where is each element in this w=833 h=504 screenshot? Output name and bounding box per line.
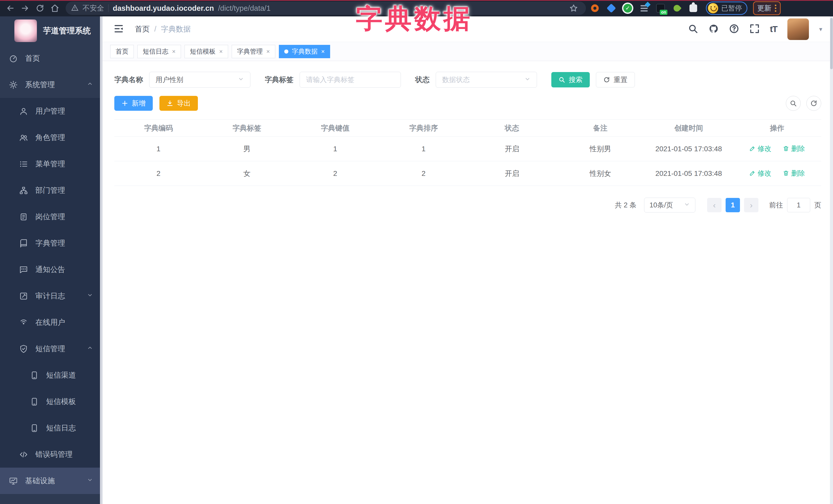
col-status: 状态	[468, 120, 556, 137]
extensions-puzzle-icon[interactable]	[686, 2, 701, 15]
reset-button[interactable]: 重置	[596, 72, 635, 88]
prev-page-button[interactable]: ‹	[707, 198, 721, 212]
col-remark: 备注	[556, 120, 645, 137]
extension-sprout-icon[interactable]	[669, 2, 684, 15]
sidebar-item-sms-template[interactable]: 短信模板	[0, 388, 102, 415]
tag-dict-mgmt[interactable]: 字典管理 ×	[232, 45, 275, 58]
avatar-caret-icon[interactable]: ▾	[819, 26, 822, 33]
chevron-up-icon	[87, 344, 93, 353]
sidebar-item-online-users[interactable]: 在线用户	[0, 309, 102, 336]
next-page-button[interactable]: ›	[744, 198, 758, 212]
screen: 不安全 dashboard.yudao.iocoder.cn /dict/typ…	[0, 0, 833, 504]
toggle-search-button[interactable]	[786, 96, 801, 111]
table-row: 2 女 2 2 开启 性别女 2021-01-05 17:03:48 修改 删除	[114, 161, 821, 186]
table-toolbar: 新增 导出	[114, 96, 821, 111]
sidebar-item-sms-channel[interactable]: 短信渠道	[0, 362, 102, 388]
tag-sms-log[interactable]: 短信日志 ×	[137, 45, 181, 58]
tag-sms-template[interactable]: 短信模板 ×	[185, 45, 228, 58]
search-icon[interactable]	[688, 24, 698, 35]
close-icon[interactable]: ×	[219, 48, 223, 55]
breadcrumb-home[interactable]: 首页	[135, 24, 150, 34]
sidebar-scrollbar[interactable]	[100, 17, 102, 504]
sidebar-item-menu-mgmt[interactable]: 菜单管理	[0, 151, 102, 177]
back-icon[interactable]	[4, 2, 17, 15]
extension-bars-icon[interactable]	[637, 2, 651, 15]
goto-page-input[interactable]	[787, 198, 810, 212]
search-button[interactable]: 搜索	[551, 72, 590, 88]
close-icon[interactable]: ×	[172, 48, 175, 55]
dict-label-input-wrap	[300, 72, 401, 88]
active-dot	[284, 49, 288, 54]
delete-link[interactable]: 删除	[783, 169, 805, 178]
page-size-select[interactable]: 10条/页	[644, 198, 695, 213]
forward-icon[interactable]	[19, 2, 32, 15]
dashboard-icon	[9, 54, 18, 63]
overlay-title: 字典数据	[356, 1, 473, 37]
sidebar-item-sms-mgmt[interactable]: 短信管理	[0, 336, 102, 362]
font-size-icon[interactable]: tT	[770, 24, 777, 34]
edit-link[interactable]: 修改	[749, 144, 771, 153]
delete-link[interactable]: 删除	[783, 144, 805, 153]
sidebar-item-notice[interactable]: 通知公告	[0, 256, 102, 283]
fullscreen-icon[interactable]	[749, 24, 760, 35]
extension-check-icon[interactable]: ✓	[620, 2, 635, 15]
sidebar-item-dept-mgmt[interactable]: 部门管理	[0, 177, 102, 203]
tag-home[interactable]: 首页	[110, 45, 134, 58]
badge-icon	[19, 213, 28, 221]
reload-icon[interactable]	[33, 2, 47, 15]
browser-profile-chip[interactable]: 已暂停	[706, 2, 747, 15]
profile-emoji-avatar	[708, 3, 718, 13]
user-avatar[interactable]	[787, 19, 809, 40]
github-icon[interactable]	[709, 24, 719, 35]
org-tree-icon	[19, 186, 28, 195]
phone-icon	[30, 371, 39, 380]
list-icon	[19, 160, 28, 168]
col-dict-label: 字典标签	[203, 120, 291, 137]
dict-label-input[interactable]	[306, 76, 395, 84]
browser-menu-icon[interactable]	[775, 5, 776, 12]
sidebar-item-system-mgmt[interactable]: 系统管理	[0, 72, 102, 98]
current-page[interactable]: 1	[725, 198, 740, 212]
window-scrollbar[interactable]	[830, 17, 833, 504]
app-title: 芋道管理系统	[43, 25, 91, 36]
home-icon[interactable]	[48, 2, 62, 15]
sidebar-logo-row[interactable]: 芋道管理系统	[0, 17, 102, 45]
scrollbar-thumb[interactable]	[830, 18, 833, 69]
export-button[interactable]: 导出	[160, 96, 198, 111]
sidebar-item-infrastructure[interactable]: 基础设施	[0, 467, 102, 494]
edit-link[interactable]: 修改	[749, 169, 771, 178]
refresh-button[interactable]	[806, 96, 821, 111]
add-button[interactable]: 新增	[114, 96, 153, 111]
sidebar-item-role-mgmt[interactable]: 角色管理	[0, 124, 102, 151]
sidebar-item-post-mgmt[interactable]: 岗位管理	[0, 203, 102, 230]
system-submenu: 用户管理 角色管理 菜单管理 部门管理 岗位管理	[0, 98, 102, 467]
bookmark-star-icon[interactable]	[567, 2, 580, 15]
shield-check-icon	[19, 344, 28, 353]
close-icon[interactable]: ×	[266, 48, 270, 55]
chevron-down-icon	[238, 76, 244, 84]
sidebar-item-dict-mgmt[interactable]: 字典管理	[0, 230, 102, 256]
sidebar-item-user-mgmt[interactable]: 用户管理	[0, 98, 102, 124]
help-icon[interactable]	[729, 24, 739, 35]
address-bar[interactable]: 不安全 dashboard.yudao.iocoder.cn /dict/typ…	[66, 2, 586, 15]
extension-gem-icon[interactable]	[604, 2, 619, 15]
status-select[interactable]: 数据状态	[436, 72, 537, 88]
extension-on-icon[interactable]: on	[653, 2, 668, 15]
breadcrumb: 首页 / 字典数据	[135, 24, 191, 34]
dict-label-label: 字典标签	[265, 75, 293, 85]
sidebar-item-sms-log[interactable]: 短信日志	[0, 415, 102, 441]
chevron-up-icon	[87, 80, 93, 89]
extension-orange-icon[interactable]	[588, 2, 602, 15]
recording-border	[0, 0, 833, 1]
sidebar-item-home[interactable]: 首页	[0, 45, 102, 72]
sidebar-item-audit-log[interactable]: 审计日志	[0, 283, 102, 309]
goto-label: 前往	[769, 200, 783, 210]
browser-update-button[interactable]: 更新	[753, 1, 781, 15]
signal-icon	[19, 318, 28, 327]
chevron-down-icon	[87, 292, 93, 300]
sidebar-item-error-code[interactable]: 错误码管理	[0, 441, 102, 467]
sidebar-collapse-icon[interactable]	[113, 23, 124, 35]
tag-dict-data-active[interactable]: 字典数据 ×	[279, 45, 330, 58]
close-icon[interactable]: ×	[321, 48, 325, 55]
dict-name-select[interactable]: 用户性别	[149, 72, 251, 88]
